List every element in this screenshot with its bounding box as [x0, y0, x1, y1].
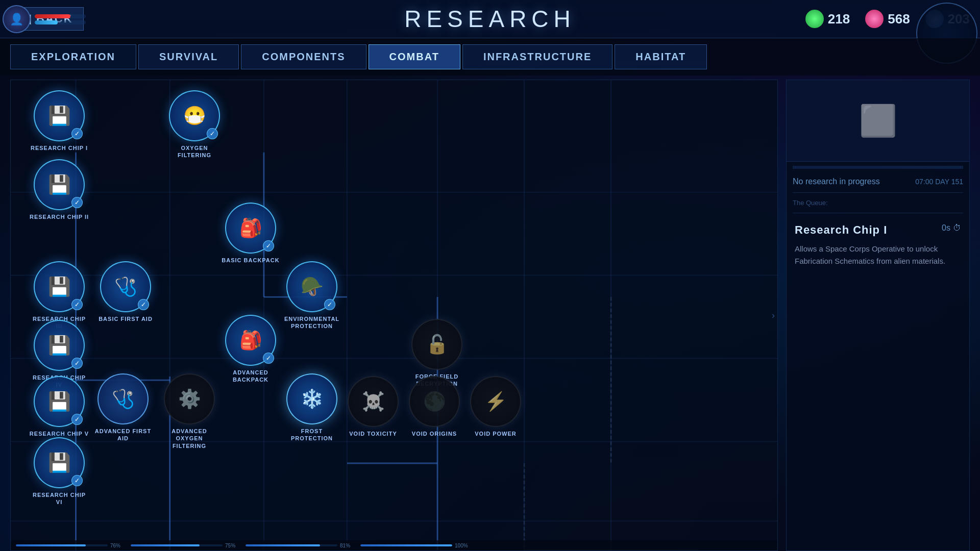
node-label-advanced-backpack: ADVANCED BACKPACK: [220, 369, 281, 384]
progress-bar-2: [131, 544, 223, 546]
tab-survival[interactable]: SURVIVAL: [138, 44, 239, 69]
right-panel: ⬜ No research in progress 07:00 DAY 151 …: [786, 80, 970, 551]
resource-2: 568: [865, 10, 910, 28]
player-avatar: 👤: [3, 5, 31, 33]
node-label-void-power: VOID POWER: [475, 430, 517, 437]
progress-label-1: 76%: [110, 543, 120, 548]
node-label-adv-oxygen: ADVANCED OXYGEN FILTERING: [159, 428, 220, 449]
node-basic-first-aid[interactable]: 🩺 ✓ BASIC FIRST AID: [92, 261, 159, 322]
resource-green-icon: [805, 10, 824, 28]
progress-fill-4: [360, 544, 452, 546]
node-research-chip-5[interactable]: 💾 ✓ RESEARCH CHIP V: [26, 376, 92, 437]
progress-label-3: 81%: [340, 543, 350, 548]
progress-segment-2: 75%: [131, 543, 235, 548]
no-research-progress-bar: [793, 166, 963, 169]
player-info: 👤: [3, 3, 94, 36]
node-void-origins[interactable]: 🌑 VOID ORIGINS: [401, 376, 468, 437]
main-content: 💾 ✓ RESEARCH CHIP I 😷 ✓ OXYGEN FILTERING…: [0, 76, 980, 551]
checkmark-advanced-backpack: ✓: [263, 353, 274, 364]
resource-1-amount: 218: [828, 11, 850, 27]
research-time-display: 07:00 DAY 151: [915, 178, 963, 186]
node-environmental-protection[interactable]: 🪖 ✓ ENVIRONMENTAL PROTECTION: [279, 261, 345, 330]
node-circle-research-chip-4: 💾 ✓: [34, 320, 85, 371]
progress-segment-4: 100%: [360, 543, 468, 548]
node-label-void-toxicity: VOID TOXICITY: [349, 430, 397, 437]
node-label-oxygen-filtering: OXYGEN FILTERING: [164, 144, 225, 159]
node-advanced-first-aid[interactable]: 🩺 ADVANCED FIRST AID: [90, 373, 156, 442]
checkmark-env-protection: ✓: [324, 299, 335, 310]
node-circle-oxygen-filtering: 😷 ✓: [169, 90, 220, 141]
node-frost-protection[interactable]: ❄️ FROST PROTECTION: [279, 373, 345, 442]
node-circle-force-field: 🔓: [411, 319, 462, 370]
xp-bar: [35, 20, 86, 24]
nodes-container: 💾 ✓ RESEARCH CHIP I 😷 ✓ OXYGEN FILTERING…: [11, 80, 777, 550]
checkmark-research-chip-2: ✓: [71, 197, 83, 208]
node-circle-research-chip-2: 💾 ✓: [34, 159, 85, 210]
panel-item-header: Research Chip I 0s ⏱: [795, 223, 961, 237]
node-circle-env-protection: 🪖 ✓: [286, 261, 337, 312]
node-label-advanced-first-aid: ADVANCED FIRST AID: [92, 428, 154, 442]
node-advanced-backpack[interactable]: 🎒 ✓ ADVANCED BACKPACK: [217, 315, 284, 384]
panel-item-details: Research Chip I 0s ⏱ Allows a Space Corp…: [787, 215, 969, 276]
node-research-chip-2[interactable]: 💾 ✓ RESEARCH CHIP II: [26, 159, 92, 220]
progress-fill-1: [16, 544, 86, 546]
checkmark-research-chip-6: ✓: [71, 475, 83, 486]
page-title: RESEARCH: [404, 5, 576, 33]
progress-bars: 76% 75% 81% 100%: [11, 540, 777, 550]
header: 👤 ◀ BACK RESEARCH 218 568 203: [0, 0, 980, 38]
node-circle-research-chip-5: 💾 ✓: [34, 376, 85, 427]
checkmark-oxygen-filtering: ✓: [207, 128, 218, 139]
node-research-chip-6[interactable]: 💾 ✓ RESEARCH CHIP VI: [26, 437, 92, 506]
node-research-chip-1[interactable]: 💾 ✓ RESEARCH CHIP I: [26, 90, 92, 152]
no-research-status: No research in progress 07:00 DAY 151: [787, 173, 969, 190]
progress-segment-3: 81%: [246, 543, 350, 548]
panel-preview-icon: ⬜: [859, 103, 897, 139]
node-label-research-chip-5: RESEARCH CHIP V: [30, 430, 89, 437]
node-label-void-origins: VOID ORIGINS: [412, 430, 457, 437]
node-circle-void-toxicity: ☠️: [348, 376, 399, 427]
node-circle-research-chip-3: 💾 ✓: [34, 261, 85, 312]
node-void-power[interactable]: ⚡ VOID POWER: [462, 376, 529, 437]
node-label-basic-first-aid: BASIC FIRST AID: [99, 315, 153, 322]
node-void-toxicity[interactable]: ☠️ VOID TOXICITY: [340, 376, 406, 437]
progress-label-2: 75%: [225, 543, 235, 548]
progress-bar-4: [360, 544, 452, 546]
node-circle-adv-oxygen: ⚙️: [164, 373, 215, 424]
tab-components[interactable]: COMPONENTS: [241, 44, 366, 69]
node-circle-basic-backpack: 🎒 ✓: [225, 203, 276, 254]
node-circle-research-chip-6: 💾 ✓: [34, 437, 85, 488]
checkmark-basic-first-aid: ✓: [138, 299, 149, 310]
node-basic-backpack[interactable]: 🎒 ✓ BASIC BACKPACK: [217, 203, 284, 264]
node-advanced-oxygen-filtering[interactable]: ⚙️ ADVANCED OXYGEN FILTERING: [156, 373, 223, 449]
hp-bar: [35, 14, 86, 18]
panel-divider-2: [793, 213, 963, 213]
node-label-research-chip-1: RESEARCH CHIP I: [31, 144, 88, 152]
panel-item-title: Research Chip I: [795, 223, 887, 237]
tab-habitat[interactable]: HABITAT: [615, 44, 707, 69]
clock-icon: ⏱: [953, 223, 961, 233]
node-circle-advanced-backpack: 🎒 ✓: [225, 315, 276, 366]
progress-bar-3: [246, 544, 337, 546]
node-label-frost-protection: FROST PROTECTION: [281, 428, 342, 442]
node-label-research-chip-2: RESEARCH CHIP II: [30, 213, 89, 220]
node-label-env-protection: ENVIRONMENTAL PROTECTION: [281, 315, 342, 330]
no-research-label: No research in progress: [793, 177, 880, 186]
tab-combat[interactable]: COMBAT: [369, 44, 460, 69]
node-circle-basic-first-aid: 🩺 ✓: [100, 261, 151, 312]
progress-fill-3: [246, 544, 320, 546]
checkmark-basic-backpack: ✓: [263, 240, 274, 252]
checkmark-research-chip-1: ✓: [71, 128, 83, 139]
research-tree: 💾 ✓ RESEARCH CHIP I 😷 ✓ OXYGEN FILTERING…: [10, 80, 778, 551]
node-circle-void-origins: 🌑: [409, 376, 460, 427]
panel-preview: ⬜: [787, 80, 969, 162]
player-bars: [35, 14, 86, 24]
scroll-indicator[interactable]: ›: [772, 310, 775, 321]
node-oxygen-filtering[interactable]: 😷 ✓ OXYGEN FILTERING: [161, 90, 228, 159]
node-circle-void-power: ⚡: [470, 376, 521, 427]
tab-infrastructure[interactable]: INFRASTRUCTURE: [462, 44, 612, 69]
resource-pink-icon: [865, 10, 884, 28]
node-circle-research-chip-1: 💾 ✓: [34, 90, 85, 141]
node-circle-frost: ❄️: [286, 373, 337, 424]
panel-item-time: 0s ⏱: [942, 223, 961, 233]
tab-exploration[interactable]: EXPLORATION: [10, 44, 136, 69]
